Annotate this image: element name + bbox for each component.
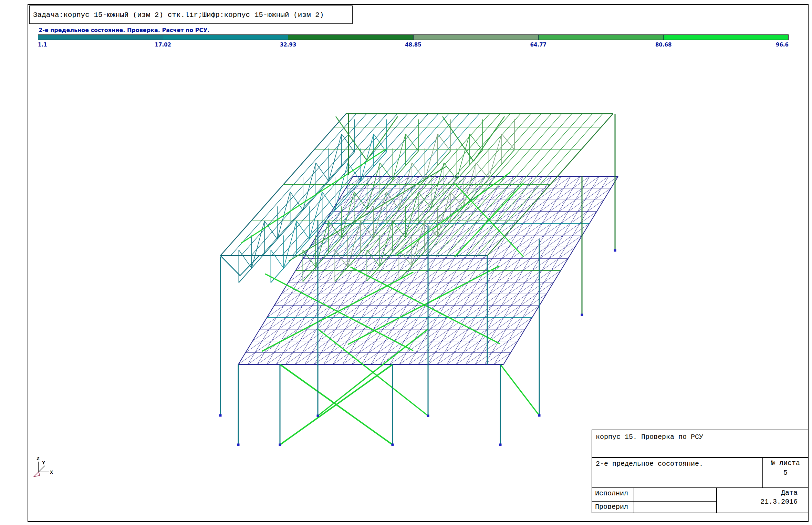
project-title: корпус 15. Проверка по РСУ	[596, 433, 703, 441]
columns	[220, 114, 615, 445]
support-node	[392, 444, 394, 446]
date-value: 21.3.2016	[716, 498, 806, 506]
sheet-number-label: № листа	[763, 459, 808, 467]
title-block-divider	[592, 487, 808, 488]
date-label: Дата	[716, 489, 806, 497]
y-axis-label: Y	[42, 460, 45, 466]
z-axis-label: Z	[37, 456, 40, 462]
support-node	[538, 414, 541, 417]
support-node	[499, 444, 502, 446]
support-node	[581, 314, 583, 316]
support-node	[237, 444, 240, 446]
app-window: Задача:корпус 15-южный (изм 2) стк.lir;Ш…	[0, 0, 812, 525]
title-block-divider	[634, 487, 634, 513]
executor-label: Исполнил	[595, 490, 628, 497]
axis-triad: Z Y X	[28, 454, 55, 482]
title-block-divider	[592, 501, 716, 502]
support-node	[427, 415, 429, 417]
sheet-number-value: 5	[763, 469, 808, 477]
checker-label: Проверил	[595, 503, 628, 511]
title-block-divider	[592, 457, 808, 458]
title-block: корпус 15. Проверка по РСУ 2-е предельно…	[592, 430, 809, 513]
support-node	[279, 444, 281, 446]
sheet-subtitle: 2-е предельное сосотояние.	[596, 460, 703, 468]
x-axis-label: X	[50, 470, 53, 476]
support-node	[317, 415, 319, 417]
y-axis-arrow	[39, 466, 45, 472]
support-bases	[219, 249, 616, 446]
support-node	[614, 249, 616, 252]
support-node	[219, 414, 222, 417]
origin-triangle	[34, 472, 40, 477]
